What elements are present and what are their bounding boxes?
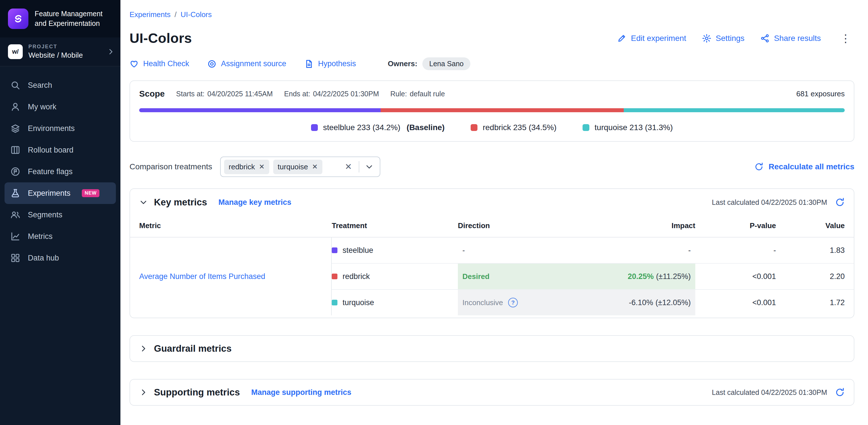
col-header-p-value: P-value (695, 214, 776, 237)
manage-key-metrics-link[interactable]: Manage key metrics (218, 198, 291, 207)
new-badge: NEW (82, 189, 99, 197)
chevron-right-icon (107, 48, 115, 56)
settings-button[interactable]: Settings (702, 34, 744, 43)
chevron-down-icon[interactable] (363, 162, 375, 171)
key-metrics-meta: Last calculated 04/22/2025 01:30PM (712, 198, 845, 207)
chip-label: turquoise (278, 162, 308, 171)
last-calculated-text: Last calculated 04/22/2025 01:30PM (712, 388, 827, 397)
redbrick-swatch (332, 274, 337, 279)
app-logo-block[interactable]: Feature Management and Experimentation (0, 0, 120, 37)
metric-cell: Average Number of Items Purchased (130, 238, 332, 315)
sidebar-item-label: Segments (28, 211, 62, 219)
more-actions-button[interactable]: ⋮ (837, 33, 855, 44)
direction-label: Inconclusive (462, 298, 503, 307)
refresh-icon (754, 162, 764, 171)
sidebar: Feature Management and Experimentation w… (0, 0, 120, 425)
remove-chip-icon[interactable]: ✕ (312, 163, 318, 170)
scope-starts: Starts at: 04/20/2025 11:45AM (176, 90, 273, 98)
sidebar-item-label: Search (28, 81, 52, 90)
starts-label: Starts at: (176, 90, 205, 98)
key-metrics-card: Key metrics Manage key metrics Last calc… (129, 188, 855, 318)
sidebar-item-my-work[interactable]: My work (4, 96, 116, 118)
pencil-icon (617, 34, 626, 43)
legend-label: steelblue 233 (34.2%) (323, 123, 400, 132)
assignment-source-link[interactable]: Assignment source (207, 59, 286, 68)
steelblue-swatch (332, 247, 337, 253)
key-metrics-title: Key metrics (154, 197, 207, 208)
guardrail-metrics-title: Guardrail metrics (154, 343, 231, 354)
ends-value: 04/22/2025 01:30PM (313, 90, 379, 98)
sidebar-item-data-hub[interactable]: Data hub (4, 247, 116, 269)
remove-chip-icon[interactable]: ✕ (259, 163, 265, 170)
sidebar-item-rollout-board[interactable]: Rollout board (4, 139, 116, 161)
search-icon (10, 80, 21, 90)
breadcrumb-separator: / (175, 10, 177, 19)
share-results-button[interactable]: Share results (761, 34, 821, 43)
edit-experiment-button[interactable]: Edit experiment (617, 34, 686, 43)
project-switcher[interactable]: w/ PROJECT Website / Mobile (0, 37, 120, 66)
bar-segment-steelblue (139, 108, 381, 112)
treatment-chip-redbrick[interactable]: redbrick ✕ (224, 160, 269, 174)
board-columns-icon (10, 145, 21, 155)
starts-value: 04/20/2025 11:45AM (207, 90, 273, 98)
scope-title: Scope (139, 89, 165, 98)
recalculate-all-metrics-button[interactable]: Recalculate all metrics (754, 162, 855, 171)
page-title: UI-Colors (129, 30, 192, 46)
col-header-direction: Direction (458, 214, 604, 237)
sidebar-item-label: Environments (28, 124, 75, 133)
info-tooltip-icon[interactable]: ? (508, 298, 518, 307)
col-header-metric: Metric (130, 214, 332, 237)
refresh-icon[interactable] (835, 388, 845, 397)
recalculate-label: Recalculate all metrics (769, 162, 855, 171)
col-header-value: Value (776, 214, 854, 237)
quick-links-row: Health Check Assignment source Hypothesi… (129, 57, 855, 70)
baseline-label: (Baseline) (407, 123, 445, 132)
share-results-label: Share results (774, 34, 821, 43)
sidebar-item-experiments[interactable]: Experiments NEW (4, 182, 116, 204)
treatments-multiselect[interactable]: redbrick ✕ turquoise ✕ ✕ (220, 156, 380, 177)
direction-cell: - (458, 238, 604, 263)
sidebar-item-search[interactable]: Search (4, 74, 116, 96)
direction-cell: Desired (458, 264, 604, 289)
sidebar-item-label: Data hub (28, 254, 59, 263)
treatment-cell: turquoise (332, 290, 458, 315)
legend-item-redbrick: redbrick 235 (34.5%) (471, 123, 556, 132)
sidebar-item-label: Experiments (28, 189, 70, 198)
app-title: Feature Management and Experimentation (35, 9, 113, 28)
health-check-link[interactable]: Health Check (129, 59, 189, 68)
sidebar-item-feature-flags[interactable]: Feature flags (4, 161, 116, 182)
sidebar-item-label: Rollout board (28, 146, 73, 155)
collapse-chevron-right-icon[interactable] (139, 344, 148, 353)
col-header-impact: Impact (604, 214, 695, 237)
document-icon (305, 59, 314, 68)
manage-supporting-metrics-link[interactable]: Manage supporting metrics (251, 388, 352, 397)
sidebar-item-label: Metrics (28, 232, 53, 241)
project-meta: PROJECT Website / Mobile (28, 44, 83, 60)
sidebar-item-metrics[interactable]: Metrics (4, 225, 116, 247)
clear-all-icon[interactable]: ✕ (342, 162, 355, 171)
chip-label: redbrick (229, 162, 255, 171)
legend-label: turquoise 213 (31.3%) (594, 123, 673, 132)
metrics-table-header: Metric Treatment Direction Impact P-valu… (130, 214, 854, 238)
sidebar-item-segments[interactable]: Segments (4, 204, 116, 225)
legend-label: redbrick 235 (34.5%) (483, 123, 556, 132)
sidebar-item-environments[interactable]: Environments (4, 118, 116, 139)
collapse-chevron-right-icon[interactable] (139, 388, 148, 397)
last-calculated-text: Last calculated 04/22/2025 01:30PM (712, 198, 827, 207)
table-row: redbrick Desired 20.25% (±11.25%) <0.001… (332, 263, 854, 289)
bar-segment-turquoise (624, 108, 844, 112)
breadcrumb-experiments-link[interactable]: Experiments (129, 10, 171, 19)
breadcrumb-current-link[interactable]: UI-Colors (181, 10, 212, 19)
scope-card: Scope Starts at: 04/20/2025 11:45AM Ends… (129, 81, 855, 142)
metric-name-link[interactable]: Average Number of Items Purchased (139, 272, 265, 281)
impact-value: -6.10% (629, 298, 653, 307)
sidebar-item-label: My work (28, 102, 57, 111)
owner-chip[interactable]: Lena Sano (422, 57, 470, 70)
hypothesis-link[interactable]: Hypothesis (305, 59, 356, 68)
col-header-treatment: Treatment (332, 214, 458, 237)
collapse-chevron-down-icon[interactable] (139, 198, 148, 207)
settings-label: Settings (716, 34, 744, 43)
treatment-chip-turquoise[interactable]: turquoise ✕ (273, 160, 322, 174)
impact-value: 20.25% (628, 272, 654, 281)
refresh-icon[interactable] (835, 198, 845, 207)
